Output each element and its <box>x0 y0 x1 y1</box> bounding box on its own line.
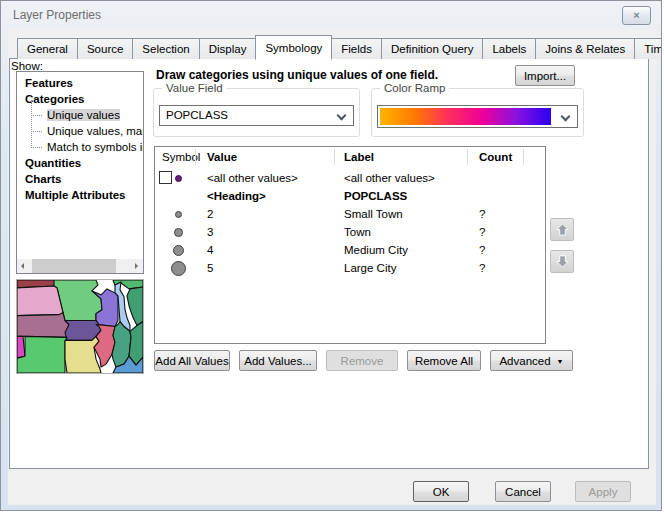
value-cell[interactable]: 4 <box>207 241 213 259</box>
scrollbar-thumb[interactable] <box>32 259 116 273</box>
state-ks <box>17 336 67 373</box>
import-button[interactable]: Import... <box>515 65 575 86</box>
close-icon[interactable]: × <box>622 6 651 25</box>
count-cell: ? <box>479 223 485 241</box>
tab-definition-query[interactable]: Definition Query <box>381 38 483 59</box>
value-cell[interactable]: 2 <box>207 205 213 223</box>
graduated-symbol-swatch[interactable] <box>175 211 182 218</box>
color-ramp-combo[interactable] <box>377 105 578 128</box>
tree-item-match-symbols[interactable]: Match to symbols in a <box>17 139 143 155</box>
symbol-cell[interactable] <box>155 241 201 259</box>
value-cell[interactable]: 5 <box>207 259 213 277</box>
title-bar[interactable]: Layer Properties × <box>1 1 661 29</box>
col-count: Count <box>479 147 512 167</box>
table-row[interactable]: 4 Medium City ? <box>155 241 545 259</box>
label-cell[interactable]: <all other values> <box>344 169 435 187</box>
unique-values-table: Symbol Value Label Count <all other valu… <box>154 146 546 344</box>
state-ne <box>17 313 69 338</box>
symbol-cell[interactable] <box>155 205 201 223</box>
table-row[interactable]: <Heading> POPCLASS <box>155 187 545 205</box>
chevron-down-icon <box>561 112 571 122</box>
value-cell[interactable]: <all other values> <box>207 169 298 187</box>
value-cell[interactable]: 3 <box>207 223 213 241</box>
count-cell: ? <box>479 205 485 223</box>
scroll-left-icon[interactable] <box>17 259 31 273</box>
tab-time[interactable]: Time <box>634 38 662 59</box>
label-cell[interactable]: Small Town <box>344 205 403 223</box>
graduated-symbol-swatch[interactable] <box>171 261 186 276</box>
state-west-sliver <box>17 336 25 358</box>
move-up-button[interactable] <box>550 218 574 241</box>
renderer-tree: Features Categories Unique values Unique… <box>16 71 144 274</box>
tab-labels[interactable]: Labels <box>482 38 536 59</box>
chevron-down-icon <box>337 111 347 121</box>
color-ramp-swatch <box>380 108 551 125</box>
tree-item-multiple-attributes[interactable]: Multiple Attributes <box>17 187 143 203</box>
state-mo <box>65 336 101 373</box>
all-other-values-checkbox[interactable] <box>159 171 172 184</box>
table-header: Symbol Value Label Count <box>155 147 545 167</box>
count-cell: ? <box>479 259 485 277</box>
tab-display[interactable]: Display <box>199 38 257 59</box>
label-cell[interactable]: Medium City <box>344 241 408 259</box>
state-sd <box>17 286 63 316</box>
value-cell[interactable]: <Heading> <box>207 187 266 205</box>
ok-button[interactable]: OK <box>413 481 469 502</box>
symbol-cell[interactable] <box>155 169 201 187</box>
tab-strip: General Source Selection Display Symbolo… <box>17 37 662 59</box>
value-field-selected: POPCLASS <box>166 106 228 125</box>
label-cell[interactable]: POPCLASS <box>344 187 407 205</box>
col-value: Value <box>207 147 237 167</box>
graduated-symbol-swatch[interactable] <box>174 228 183 237</box>
tree-item-charts[interactable]: Charts <box>17 171 143 187</box>
value-field-label: Value Field <box>162 82 227 94</box>
tree-horizontal-scrollbar[interactable] <box>17 259 143 273</box>
add-values-button[interactable]: Add Values... <box>239 350 317 371</box>
arrow-up-icon <box>555 222 570 237</box>
remove-button[interactable]: Remove <box>326 350 398 371</box>
scroll-right-icon[interactable] <box>129 259 143 273</box>
label-cell[interactable]: Town <box>344 223 371 241</box>
table-row[interactable]: 5 Large City ? <box>155 259 545 277</box>
col-label: Label <box>344 147 374 167</box>
layer-properties-dialog: Layer Properties × General Source Select… <box>0 0 662 511</box>
symbol-cell[interactable] <box>155 223 201 241</box>
dropdown-arrow-icon: ▼ <box>557 358 564 365</box>
tree-item-features[interactable]: Features <box>17 75 143 91</box>
map-preview-thumbnail <box>16 279 144 374</box>
table-row[interactable]: 3 Town ? <box>155 223 545 241</box>
arrow-down-icon <box>555 254 570 269</box>
move-down-button[interactable] <box>550 250 574 273</box>
remove-all-button[interactable]: Remove All <box>407 350 481 371</box>
tree-item-quantities[interactable]: Quantities <box>17 155 143 171</box>
label-cell[interactable]: Large City <box>344 259 396 277</box>
table-row[interactable]: <all other values> <all other values> <box>155 169 545 187</box>
add-all-values-button[interactable]: Add All Values <box>154 350 230 371</box>
color-ramp-label: Color Ramp <box>380 82 449 94</box>
tab-joins-relates[interactable]: Joins & Relates <box>535 38 635 59</box>
table-row[interactable]: 2 Small Town ? <box>155 205 545 223</box>
value-field-combo[interactable]: POPCLASS <box>159 105 354 126</box>
advanced-button[interactable]: Advanced▼ <box>490 350 573 371</box>
cancel-button[interactable]: Cancel <box>495 481 551 502</box>
symbol-cell[interactable] <box>155 259 201 277</box>
point-symbol-swatch[interactable] <box>175 175 182 182</box>
panel-heading: Draw categories using unique values of o… <box>156 68 438 82</box>
window-title: Layer Properties <box>13 8 101 22</box>
count-cell: ? <box>479 241 485 259</box>
graduated-symbol-swatch[interactable] <box>173 245 184 256</box>
map-preview-image <box>17 280 143 373</box>
apply-button[interactable]: Apply <box>575 481 631 502</box>
tab-fields[interactable]: Fields <box>331 38 382 59</box>
state-mi-east <box>127 287 143 326</box>
tab-symbology[interactable]: Symbology <box>255 35 332 60</box>
tab-general[interactable]: General <box>17 38 78 59</box>
tab-selection[interactable]: Selection <box>132 38 199 59</box>
tab-source[interactable]: Source <box>77 38 133 59</box>
